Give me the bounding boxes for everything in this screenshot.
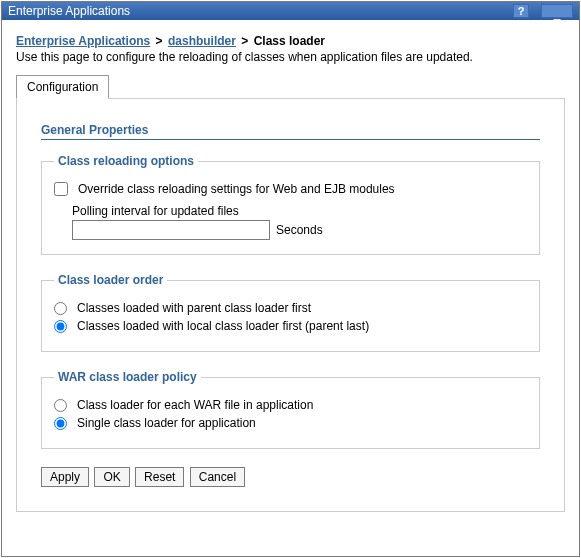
breadcrumb-link-dashbuilder[interactable]: dashbuilder xyxy=(168,34,236,48)
fieldset-war-class-loader-policy: WAR class loader policy Class loader for… xyxy=(41,370,540,449)
tab-container: Configuration General Properties Class r… xyxy=(16,74,565,512)
polling-interval-input[interactable] xyxy=(72,220,270,240)
titlebar: Enterprise Applications ? _ xyxy=(2,2,579,20)
fieldset-class-reloading-options: Class reloading options Override class r… xyxy=(41,154,540,255)
breadcrumb-sep: > xyxy=(241,34,248,48)
war-policy-single-label[interactable]: Single class loader for application xyxy=(77,416,256,430)
class-loader-order-parent-last-label[interactable]: Classes loaded with local class loader f… xyxy=(77,319,369,333)
content-area: Enterprise Applications > dashbuilder > … xyxy=(2,20,579,520)
class-loader-order-parent-first-label[interactable]: Classes loaded with parent class loader … xyxy=(77,301,311,315)
help-icon[interactable]: ? xyxy=(513,4,529,18)
override-reloading-checkbox[interactable] xyxy=(54,182,68,196)
tab-panel: General Properties Class reloading optio… xyxy=(16,98,565,512)
war-policy-each-label[interactable]: Class loader for each WAR file in applic… xyxy=(77,398,313,412)
legend-class-loader-order: Class loader order xyxy=(54,273,167,287)
war-policy-each-radio[interactable] xyxy=(54,399,67,412)
fieldset-class-loader-order: Class loader order Classes loaded with p… xyxy=(41,273,540,352)
ok-button[interactable]: OK xyxy=(94,467,129,487)
breadcrumb: Enterprise Applications > dashbuilder > … xyxy=(16,34,565,48)
class-loader-order-parent-first-radio[interactable] xyxy=(54,302,67,315)
override-reloading-label[interactable]: Override class reloading settings for We… xyxy=(78,182,395,196)
class-loader-order-parent-last-radio[interactable] xyxy=(54,320,67,333)
war-policy-single-radio[interactable] xyxy=(54,417,67,430)
button-bar: Apply OK Reset Cancel xyxy=(41,467,540,487)
section-title-general-properties: General Properties xyxy=(41,123,540,140)
reset-button[interactable]: Reset xyxy=(135,467,184,487)
breadcrumb-current: Class loader xyxy=(254,34,325,48)
cancel-button[interactable]: Cancel xyxy=(190,467,245,487)
polling-interval-label: Polling interval for updated files xyxy=(72,204,527,218)
breadcrumb-link-enterprise-applications[interactable]: Enterprise Applications xyxy=(16,34,150,48)
minimize-icon[interactable]: _ xyxy=(541,4,573,18)
legend-war-class-loader-policy: WAR class loader policy xyxy=(54,370,201,384)
polling-interval-unit: Seconds xyxy=(276,223,323,237)
apply-button[interactable]: Apply xyxy=(41,467,89,487)
legend-class-reloading-options: Class reloading options xyxy=(54,154,198,168)
window-title: Enterprise Applications xyxy=(8,4,511,18)
page-description: Use this page to configure the reloading… xyxy=(16,50,565,64)
tab-configuration[interactable]: Configuration xyxy=(16,75,109,99)
window-frame: Enterprise Applications ? _ Enterprise A… xyxy=(1,1,580,557)
breadcrumb-sep: > xyxy=(156,34,163,48)
